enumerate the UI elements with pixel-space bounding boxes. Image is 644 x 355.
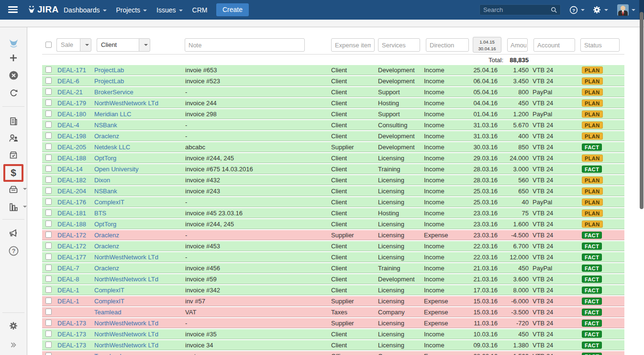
row-checkbox[interactable]	[45, 232, 52, 238]
invoices-icon[interactable]	[0, 184, 27, 197]
cup-logo-icon[interactable]	[0, 36, 27, 51]
deal-link[interactable]: DEAL-6	[57, 76, 92, 86]
deal-link[interactable]: DEAL-21	[57, 87, 92, 97]
expense-items-filter-input[interactable]	[331, 38, 375, 52]
refresh-icon[interactable]	[0, 88, 27, 100]
company-link[interactable]: NSBank	[94, 120, 183, 130]
user-menu[interactable]	[617, 0, 635, 20]
nav-menu-dashboards[interactable]: Dashboards	[64, 6, 107, 14]
company-link[interactable]: ComplexIT	[94, 285, 183, 295]
company-link[interactable]: NSBank	[94, 186, 183, 196]
row-checkbox[interactable]	[45, 353, 52, 355]
row-checkbox[interactable]	[45, 276, 52, 282]
company-link[interactable]: Netdesk LLC	[94, 142, 183, 152]
row-checkbox[interactable]	[45, 100, 52, 106]
hamburger-menu-icon[interactable]	[8, 6, 18, 13]
deal-link[interactable]: DEAL-177	[57, 252, 92, 262]
row-checkbox[interactable]	[45, 144, 52, 150]
company-link[interactable]: Dixon	[94, 175, 183, 185]
row-checkbox[interactable]	[45, 342, 52, 348]
deal-link[interactable]: DEAL-173	[57, 318, 92, 328]
help-menu[interactable]: ?	[569, 0, 585, 20]
deal-link[interactable]: DEAL-171	[57, 65, 92, 75]
nav-menu-issues[interactable]: Issues	[156, 6, 182, 14]
company-link[interactable]: OptTorg	[94, 219, 183, 229]
status-filter-input[interactable]	[580, 38, 620, 52]
date-range-filter-button[interactable]: 1.04.15 30.04.16	[473, 37, 501, 53]
help-circle-icon[interactable]: ?	[0, 245, 27, 258]
row-checkbox[interactable]	[45, 67, 52, 73]
client-filter-caret-button[interactable]	[139, 38, 150, 52]
row-checkbox[interactable]	[45, 243, 52, 249]
row-checkbox[interactable]	[45, 166, 52, 172]
sale-filter-caret-button[interactable]	[80, 38, 91, 52]
company-link[interactable]: Teamlead	[94, 351, 183, 355]
company-link[interactable]: ProjectLab	[94, 65, 183, 75]
row-checkbox[interactable]	[45, 331, 52, 337]
company-link[interactable]: NorthWestNetwork LTd	[94, 98, 183, 108]
deal-link[interactable]: DEAL-173	[57, 329, 92, 339]
company-icon[interactable]	[0, 116, 27, 129]
company-link[interactable]: Oraclenz	[94, 241, 183, 251]
settings-gear-icon[interactable]	[0, 321, 27, 333]
row-checkbox[interactable]	[45, 111, 52, 117]
company-link[interactable]: Teamlead	[94, 307, 183, 317]
direction-filter-input[interactable]	[426, 38, 469, 52]
deal-link[interactable]: DEAL-1	[57, 285, 92, 295]
row-checkbox[interactable]	[45, 298, 52, 304]
search-input[interactable]	[483, 5, 548, 14]
nav-menu-projects[interactable]: Projects	[116, 6, 147, 14]
row-checkbox[interactable]	[45, 320, 52, 326]
company-link[interactable]: Oraclenz	[94, 131, 183, 141]
row-checkbox[interactable]	[45, 221, 52, 227]
nav-menu-crm[interactable]: CRM	[192, 6, 208, 14]
create-button[interactable]: Create	[216, 3, 249, 16]
deal-link[interactable]: DEAL-188	[57, 219, 92, 229]
company-link[interactable]: NorthWestNetwork LTd	[94, 329, 183, 339]
row-checkbox[interactable]	[45, 188, 52, 194]
deal-link[interactable]: DEAL-176	[57, 197, 92, 207]
deal-link[interactable]: DEAL-204	[57, 186, 92, 196]
close-circle-icon[interactable]	[0, 70, 27, 82]
deal-link[interactable]: DEAL-181	[57, 208, 92, 218]
row-checkbox[interactable]	[45, 199, 52, 205]
contacts-icon[interactable]	[0, 133, 27, 145]
company-link[interactable]: NorthWestNetwork LTd	[94, 252, 183, 262]
account-filter-input[interactable]	[533, 38, 575, 52]
row-checkbox[interactable]	[45, 254, 52, 260]
megaphone-icon[interactable]	[0, 227, 27, 241]
products-icon[interactable]	[0, 150, 27, 162]
deal-link[interactable]: DEAL-198	[57, 131, 92, 141]
deal-link[interactable]: DEAL-8	[57, 274, 92, 284]
row-checkbox[interactable]	[45, 177, 52, 183]
transactions-dollar-icon[interactable]: $	[0, 166, 27, 181]
company-link[interactable]: Meridian LLC	[94, 109, 183, 119]
company-link[interactable]: ComplexIT	[94, 197, 183, 207]
jira-logo[interactable]: JIRA	[27, 4, 59, 15]
company-link[interactable]: Open University	[94, 164, 183, 174]
deal-link[interactable]: DEAL-14	[57, 164, 92, 174]
collapse-chevrons-icon[interactable]	[0, 341, 27, 351]
client-filter-dropdown[interactable]: Client	[97, 38, 150, 52]
deal-link[interactable]: DEAL-179	[57, 98, 92, 108]
deal-link[interactable]: DEAL-172	[57, 241, 92, 251]
company-link[interactable]: Oraclenz	[94, 263, 183, 273]
row-checkbox[interactable]	[45, 122, 52, 128]
row-checkbox[interactable]	[45, 78, 52, 84]
reports-chart-icon[interactable]	[0, 202, 27, 214]
company-link[interactable]: OptTorg	[94, 153, 183, 163]
select-all-checkbox[interactable]	[45, 42, 52, 48]
row-checkbox[interactable]	[45, 265, 52, 271]
deal-link[interactable]: DEAL-1	[57, 296, 92, 306]
settings-menu[interactable]	[592, 0, 608, 20]
company-link[interactable]: ComplexIT	[94, 296, 183, 306]
company-link[interactable]: NorthWestNetwork LTd	[94, 274, 183, 284]
company-link[interactable]: NorthWestNetwork LTd	[94, 318, 183, 328]
deal-link[interactable]: DEAL-4	[57, 120, 92, 130]
note-filter-input[interactable]	[185, 38, 305, 52]
row-checkbox[interactable]	[45, 287, 52, 293]
company-link[interactable]: BrokerService	[94, 87, 183, 97]
plus-icon[interactable]	[0, 53, 27, 65]
row-checkbox[interactable]	[45, 309, 52, 315]
row-checkbox[interactable]	[45, 89, 52, 95]
